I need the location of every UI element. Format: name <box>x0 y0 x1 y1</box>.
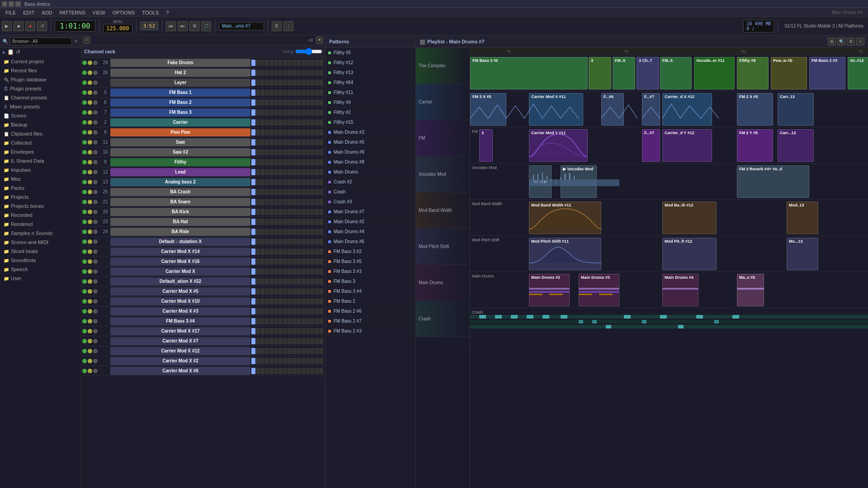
pad[interactable] <box>274 89 278 96</box>
pattern-list-item[interactable]: FM Bass 2 #3 <box>326 326 415 336</box>
pad[interactable] <box>251 298 255 305</box>
pad[interactable] <box>274 328 278 334</box>
pad[interactable] <box>256 149 260 155</box>
pad[interactable] <box>315 169 319 175</box>
pad[interactable] <box>265 328 269 334</box>
pad[interactable] <box>251 258 255 265</box>
pad[interactable] <box>301 89 305 96</box>
channel-row[interactable]: Carrier Mod X #6 <box>81 366 325 376</box>
pad[interactable] <box>319 139 323 145</box>
pad[interactable] <box>310 249 314 255</box>
pad[interactable] <box>274 199 278 205</box>
channel-mute-btn[interactable] <box>88 269 92 274</box>
pad[interactable] <box>301 358 305 364</box>
pad[interactable] <box>297 169 301 175</box>
sidebar-item-sliced-beats[interactable]: 📁Sliced beats <box>0 247 81 256</box>
pad[interactable] <box>274 129 278 136</box>
menu-file[interactable]: FILE <box>2 8 19 17</box>
sidebar-item-channel-presets[interactable]: 📋Channel presets <box>0 93 81 102</box>
pad[interactable] <box>297 139 301 145</box>
pad[interactable] <box>306 308 310 314</box>
pad[interactable] <box>256 189 260 195</box>
pad[interactable] <box>269 89 274 96</box>
channel-row[interactable]: Carrier Mod X #12 <box>81 346 325 356</box>
pad[interactable] <box>288 338 292 344</box>
pad[interactable] <box>278 99 283 106</box>
channel-active-btn[interactable] <box>82 309 87 314</box>
pad[interactable] <box>319 209 323 215</box>
channel-row[interactable]: Layer <box>81 78 325 88</box>
sidebar-item-recorded[interactable]: 📁Recorded <box>0 211 81 220</box>
pad[interactable] <box>274 219 278 225</box>
sidebar-item-packs[interactable]: 📁Packs <box>0 183 81 192</box>
pad[interactable] <box>310 139 314 145</box>
pad[interactable] <box>306 109 310 116</box>
channel-active-btn[interactable] <box>82 170 87 174</box>
pad[interactable] <box>251 268 255 275</box>
pad[interactable] <box>256 249 260 255</box>
pattern-list-item[interactable]: Filthy #15 <box>326 117 415 127</box>
channel-row[interactable]: Carrier Mod X #10 <box>81 296 325 306</box>
pad[interactable] <box>301 209 305 215</box>
pad[interactable] <box>260 199 264 205</box>
pad[interactable] <box>288 99 292 106</box>
channel-mute-btn[interactable] <box>88 120 92 125</box>
channel-name-label[interactable]: Lead <box>110 168 250 176</box>
channel-solo-btn[interactable] <box>93 269 98 274</box>
channel-row[interactable]: 12 Lead <box>81 167 325 177</box>
pad[interactable] <box>297 80 301 86</box>
channel-row[interactable]: 11 Saw <box>81 137 325 147</box>
pad[interactable] <box>283 348 287 354</box>
pattern-list-item[interactable]: Filthy #13 <box>326 68 415 78</box>
instrument-selector[interactable]: Main...ums #7 <box>219 22 264 30</box>
pad[interactable] <box>274 189 278 195</box>
pad[interactable] <box>319 239 323 245</box>
pad[interactable] <box>269 268 274 275</box>
pad[interactable] <box>292 209 296 215</box>
pad[interactable] <box>265 348 269 354</box>
track-label-mod-band-width[interactable]: Mod Band Width <box>416 192 470 229</box>
pad[interactable] <box>306 199 310 205</box>
pad[interactable] <box>310 318 314 324</box>
pad[interactable] <box>274 348 278 354</box>
channel-name-label[interactable]: Carrier Mod X #6 <box>110 367 250 375</box>
pad[interactable] <box>265 80 269 86</box>
pad[interactable] <box>283 249 287 255</box>
sidebar-item-recent-files[interactable]: 📁Recent files <box>0 66 81 75</box>
cr-menu-btn[interactable]: ▼ <box>316 37 323 44</box>
channel-active-btn[interactable] <box>82 269 87 274</box>
pad[interactable] <box>292 338 296 344</box>
pad[interactable] <box>288 249 292 255</box>
pad[interactable] <box>292 70 296 76</box>
channel-mute-btn[interactable] <box>88 299 92 304</box>
channel-active-btn[interactable] <box>82 349 87 353</box>
pad[interactable] <box>301 189 305 195</box>
channel-active-btn[interactable] <box>82 249 87 254</box>
pad[interactable] <box>301 129 305 136</box>
pad[interactable] <box>265 179 269 185</box>
pad[interactable] <box>274 318 278 324</box>
pad[interactable] <box>265 139 269 145</box>
pad[interactable] <box>251 149 255 155</box>
pad[interactable] <box>306 298 310 305</box>
pad[interactable] <box>260 258 264 265</box>
pad[interactable] <box>256 308 260 314</box>
eq-button[interactable]: ⋮ <box>283 21 293 31</box>
pad[interactable] <box>319 189 323 195</box>
channel-mute-btn[interactable] <box>88 230 92 234</box>
channel-active-btn[interactable] <box>82 359 87 363</box>
pad[interactable] <box>292 328 296 334</box>
channel-row[interactable]: Carrier Mod X #17 <box>81 326 325 336</box>
pad[interactable] <box>315 318 319 324</box>
channel-solo-btn[interactable] <box>93 61 98 65</box>
channel-row[interactable]: Carrier Mod X #3 <box>81 306 325 316</box>
pad[interactable] <box>288 109 292 116</box>
pad[interactable] <box>310 89 314 96</box>
pad[interactable] <box>319 368 323 374</box>
pad[interactable] <box>310 179 314 185</box>
pad[interactable] <box>297 149 301 155</box>
pad[interactable] <box>274 338 278 344</box>
pad[interactable] <box>306 139 310 145</box>
pad[interactable] <box>278 80 283 86</box>
pad[interactable] <box>319 258 323 265</box>
